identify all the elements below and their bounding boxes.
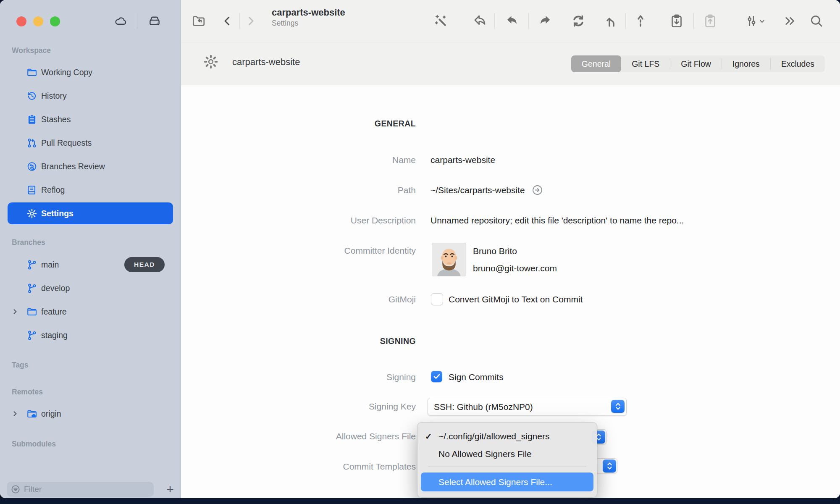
tab-git-lfs[interactable]: Git LFS <box>621 55 670 72</box>
top-chrome: carparts-website Settings <box>181 0 840 85</box>
pull-button[interactable] <box>504 13 520 29</box>
sidebar-item-label: origin <box>41 409 61 419</box>
cloud-services-button[interactable] <box>113 13 129 29</box>
sidebar-item-remote-origin[interactable]: origin <box>8 404 173 423</box>
open-path-button[interactable] <box>532 184 543 196</box>
filter-input[interactable] <box>21 485 154 494</box>
branch-icon <box>26 259 37 270</box>
menu-item-allowed-signers-path[interactable]: ✓ ~/.config/git/allowed_signers <box>421 429 593 444</box>
sidebar-section-branches: Branches <box>12 238 45 247</box>
sidebar-item-label: develop <box>41 284 70 293</box>
tab-ignores[interactable]: Ignores <box>722 55 770 72</box>
committer-avatar <box>432 243 466 276</box>
sidebar-item-branch-develop[interactable]: develop <box>8 279 173 297</box>
check-icon <box>433 374 440 379</box>
fetch-button[interactable] <box>570 13 587 29</box>
add-repository-button[interactable]: + <box>162 482 178 497</box>
filter-icon <box>10 484 21 494</box>
sidebar-item-label: Branches Review <box>41 162 105 171</box>
sidebar-item-settings[interactable]: Settings <box>8 202 173 224</box>
sidebar-item-label: Stashes <box>41 115 71 124</box>
branch-icon <box>26 283 37 294</box>
back-button[interactable] <box>219 13 236 29</box>
main-area: carparts-website Settings <box>181 0 840 498</box>
sidebar-section-remotes: Remotes <box>12 388 43 396</box>
local-repos-button[interactable] <box>147 13 163 29</box>
close-window-button[interactable] <box>16 16 26 26</box>
rebase-button[interactable] <box>632 13 649 29</box>
stash-clipboard-icon <box>26 114 37 125</box>
view-options-button[interactable] <box>743 13 767 29</box>
undo-button[interactable] <box>472 13 488 29</box>
sidebar-item-working-copy[interactable]: Working Copy <box>8 63 173 81</box>
allowed-signers-label: Allowed Signers File <box>235 430 416 442</box>
merge-button[interactable] <box>603 13 620 29</box>
sidebar-item-label: Reflog <box>41 185 65 195</box>
sidebar-item-reflog[interactable]: Reflog <box>8 181 173 199</box>
search-icon <box>809 14 824 28</box>
chevron-right-icon[interactable] <box>11 410 19 418</box>
cloud-folder-icon <box>26 408 37 420</box>
sync-arrows-icon <box>571 13 586 29</box>
app-window: Workspace Working Copy History Stashes P… <box>0 0 840 498</box>
chevron-right-icon <box>244 15 257 27</box>
workspace-view-button[interactable] <box>190 13 207 29</box>
signing-key-select[interactable]: SSH: Github (rM5ozNP0) <box>428 398 627 416</box>
path-label: Path <box>235 184 416 196</box>
merge-icon <box>604 13 619 29</box>
tab-git-flow[interactable]: Git Flow <box>670 55 722 72</box>
folder-icon <box>26 306 37 318</box>
stash-save-button[interactable] <box>668 13 685 29</box>
zoom-window-button[interactable] <box>50 16 60 26</box>
toolbar-divider <box>528 13 529 29</box>
forward-button[interactable] <box>242 13 259 29</box>
toolbar-divider <box>494 13 495 29</box>
undo-arrow-icon <box>472 13 488 29</box>
window-title: carparts-website Settings <box>272 7 345 28</box>
chevron-right-icon[interactable] <box>11 307 19 316</box>
clipboard-down-icon <box>669 13 684 29</box>
sidebar-item-label: feature <box>41 307 67 317</box>
desktop-bottom-strip <box>0 498 840 504</box>
tab-general[interactable]: General <box>571 55 621 72</box>
history-clock-icon <box>26 90 37 102</box>
magic-wand-icon <box>433 13 449 29</box>
dashed-arrow-up-icon <box>633 13 648 29</box>
window-title-view: Settings <box>272 18 345 28</box>
toolbar-separator <box>181 42 840 42</box>
settings-tabs: General Git LFS Git Flow Ignores Exclude… <box>571 55 825 72</box>
allowed-signers-menu: ✓ ~/.config/git/allowed_signers No Allow… <box>417 422 597 498</box>
stash-apply-button[interactable] <box>702 13 719 29</box>
signing-key-label: Signing Key <box>235 401 416 412</box>
toolbar-divider <box>625 13 626 29</box>
minimize-window-button[interactable] <box>33 16 43 26</box>
sidebar-item-stashes[interactable]: Stashes <box>8 110 173 129</box>
desktop-background: Workspace Working Copy History Stashes P… <box>0 0 840 504</box>
sidebar-item-branches-review[interactable]: Branches Review <box>8 157 173 176</box>
sidebar-item-label: main <box>41 260 59 270</box>
menu-item-no-allowed-signers[interactable]: No Allowed Signers File <box>421 447 593 461</box>
quick-actions-button[interactable] <box>433 13 449 29</box>
sidebar-item-history[interactable]: History <box>8 87 173 105</box>
push-button[interactable] <box>537 13 554 29</box>
sidebar-section-tags: Tags <box>12 361 29 370</box>
gitmoji-checkbox[interactable] <box>431 293 443 305</box>
signing-section-heading: SIGNING <box>235 336 416 347</box>
sidebar-section-submodules: Submodules <box>12 440 56 449</box>
stepper-icon <box>603 459 616 472</box>
gear-icon <box>26 208 37 219</box>
sidebar-top-divider <box>137 13 137 29</box>
name-value: carparts-website <box>430 154 495 165</box>
sidebar-item-pull-requests[interactable]: Pull Requests <box>8 134 173 152</box>
sidebar: Workspace Working Copy History Stashes P… <box>0 0 181 498</box>
menu-item-select-allowed-signers[interactable]: Select Allowed Signers File... <box>421 472 593 491</box>
tab-excludes[interactable]: Excludes <box>771 55 825 72</box>
sidebar-item-branch-feature[interactable]: feature <box>8 302 173 321</box>
search-button[interactable] <box>808 13 825 29</box>
sidebar-item-branch-main[interactable]: main HEAD <box>8 255 173 274</box>
sidebar-item-branch-staging[interactable]: staging <box>8 326 173 344</box>
general-section-heading: GENERAL <box>235 118 416 129</box>
toolbar-overflow-button[interactable] <box>782 13 798 29</box>
pull-request-icon <box>26 137 37 149</box>
sign-commits-checkbox[interactable] <box>431 371 442 382</box>
